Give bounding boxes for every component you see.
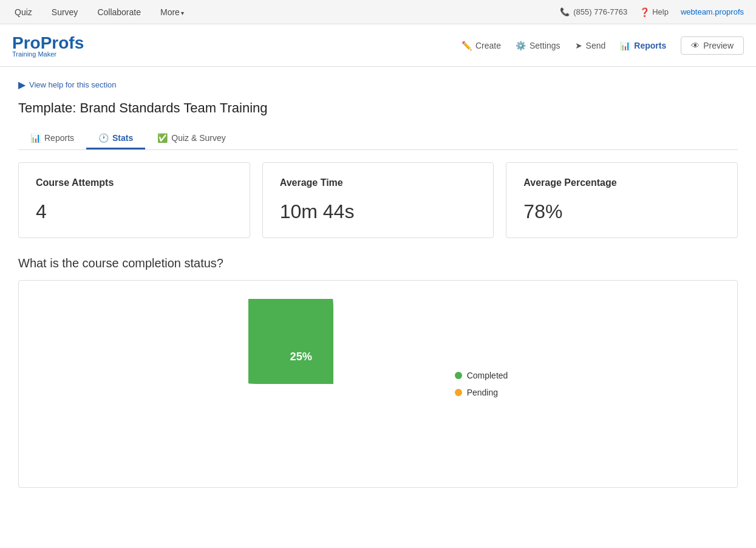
more-arrow-icon: ▾ [181,10,184,16]
completed-slice [248,299,333,384]
pie-chart-svg: 25% 75% [248,299,418,469]
create-button[interactable]: ✏️ Create [461,41,501,50]
legend-pending: Pending [455,388,508,397]
top-nav-right: 📞 (855) 776-7763 ❓ Help webteam.proprofs [560,7,744,17]
legend-completed: Completed [455,371,508,380]
page-title: Template: Brand Standards Team Training [18,100,738,116]
average-time-card: Average Time 10m 44s [262,162,494,238]
main-header: ProProfs Training Maker ✏️ Create ⚙️ Set… [0,24,756,67]
tabs: 📊 Reports 🕐 Stats ✅ Quiz & Survey [18,128,738,150]
reports-tab-icon: 📊 [30,133,41,143]
pie-chart: 25% 75% [248,299,418,469]
play-circle-icon: ▶ [18,79,26,91]
pending-dot [455,389,462,396]
send-button[interactable]: ➤ Send [575,41,606,50]
top-nav-links: Quiz Survey Collaborate More▾ [12,7,186,17]
chart-legend: Completed Pending [455,371,508,397]
average-percentage-label: Average Percentage [523,177,720,188]
nav-survey[interactable]: Survey [49,7,81,17]
bar-chart-icon: 📊 [620,41,630,50]
logo-subtitle: Training Maker [12,50,84,58]
quiz-tab-icon: ✅ [157,133,168,143]
stats-tab-icon: 🕐 [98,133,109,143]
average-time-value: 10m 44s [280,200,477,223]
phone-number: 📞 (855) 776-7763 [560,7,627,16]
tab-quiz-survey[interactable]: ✅ Quiz & Survey [145,128,237,149]
pencil-icon: ✏️ [461,41,472,50]
average-time-label: Average Time [280,177,477,188]
help-link[interactable]: ❓ Help [639,7,669,17]
tab-stats[interactable]: 🕐 Stats [86,128,145,149]
settings-button[interactable]: ⚙️ Settings [516,41,560,50]
top-nav: Quiz Survey Collaborate More▾ 📞 (855) 77… [0,0,756,24]
chart-container: 25% 75% Completed Pending [18,280,738,488]
send-icon: ➤ [575,41,582,50]
course-attempts-label: Course Attempts [36,177,233,188]
reports-button[interactable]: 📊 Reports [620,41,666,50]
course-attempts-card: Course Attempts 4 [18,162,250,238]
course-attempts-value: 4 [36,200,233,223]
logo[interactable]: ProProfs Training Maker [12,33,84,58]
phone-icon: 📞 [560,7,570,16]
completion-status-title: What is the course completion status? [18,256,738,270]
help-icon: ❓ [639,7,650,17]
average-percentage-card: Average Percentage 78% [506,162,738,238]
nav-quiz[interactable]: Quiz [12,7,35,17]
tab-reports[interactable]: 📊 Reports [18,128,86,149]
header-actions: ✏️ Create ⚙️ Settings ➤ Send 📊 Reports 👁… [461,36,744,55]
completed-dot [455,372,462,379]
gear-icon: ⚙️ [516,41,526,50]
pending-label: 25% [290,351,312,363]
main-content: ▶ View help for this section Template: B… [0,67,756,500]
preview-button[interactable]: 👁 Preview [681,36,744,55]
user-link[interactable]: webteam.proprofs [681,7,744,16]
average-percentage-value: 78% [523,200,720,223]
nav-collaborate[interactable]: Collaborate [95,7,143,17]
eye-icon: 👁 [691,41,700,50]
stats-row: Course Attempts 4 Average Time 10m 44s A… [18,162,738,238]
completed-label: 75% [338,404,359,416]
nav-more[interactable]: More▾ [158,7,186,17]
help-section-link[interactable]: ▶ View help for this section [18,79,738,91]
